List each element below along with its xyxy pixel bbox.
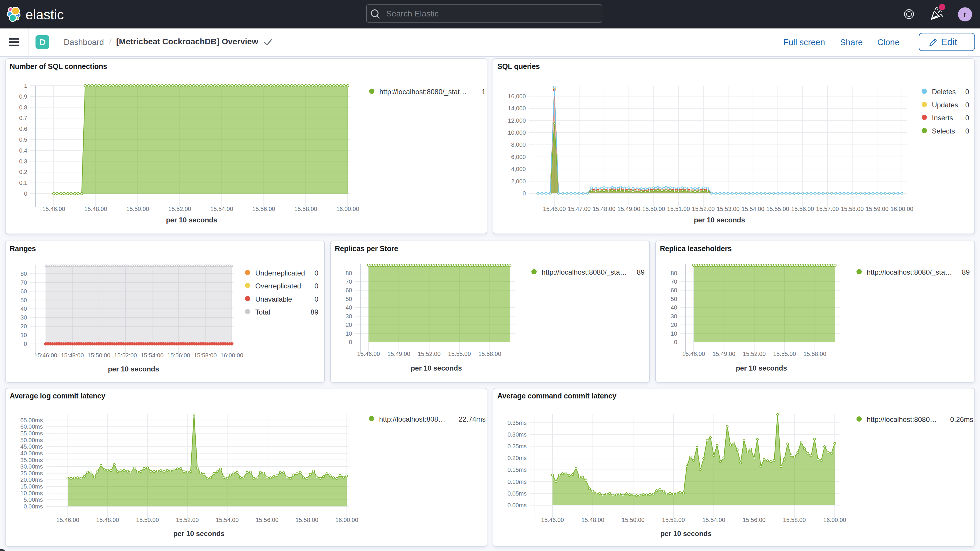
svg-text:15:58:00: 15:58:00 — [478, 350, 501, 357]
svg-text:70: 70 — [346, 279, 352, 285]
svg-text:15:47:00: 15:47:00 — [568, 205, 591, 212]
svg-text:25.00ms: 25.00ms — [20, 470, 43, 476]
svg-text:15:58:00: 15:58:00 — [296, 517, 318, 523]
svg-text:Inserts: Inserts — [932, 114, 953, 122]
svg-text:15:48:00: 15:48:00 — [96, 517, 119, 523]
svg-text:15:56:00: 15:56:00 — [256, 517, 278, 523]
svg-text:15:58:00: 15:58:00 — [294, 205, 317, 212]
svg-text:15:56:00: 15:56:00 — [252, 205, 275, 212]
svg-text:6,000: 6,000 — [511, 154, 526, 160]
svg-text:15:50:00: 15:50:00 — [642, 205, 665, 212]
svg-text:15:52:00: 15:52:00 — [169, 205, 191, 212]
svg-text:0.00ms: 0.00ms — [508, 502, 527, 508]
svg-text:http://localhost:8080…: http://localhost:8080… — [867, 416, 937, 424]
svg-text:0: 0 — [315, 269, 318, 277]
svg-text:http://localhost:8080/_sta…: http://localhost:8080/_sta… — [542, 268, 627, 276]
svg-text:45.00ms: 45.00ms — [20, 443, 43, 450]
svg-text:Overreplicated: Overreplicated — [255, 282, 301, 290]
svg-text:15.00ms: 15.00ms — [20, 483, 43, 490]
svg-text:20: 20 — [346, 322, 352, 328]
svg-text:65.00ms: 65.00ms — [20, 417, 43, 424]
svg-text:50.00ms: 50.00ms — [20, 437, 43, 443]
svg-text:40: 40 — [671, 304, 677, 311]
svg-text:16,000: 16,000 — [508, 93, 526, 99]
svg-text:15:54:00: 15:54:00 — [216, 517, 239, 523]
svg-text:Underreplicated: Underreplicated — [255, 269, 305, 277]
svg-text:0: 0 — [315, 295, 318, 303]
svg-text:20: 20 — [21, 323, 27, 330]
svg-text:0.1: 0.1 — [19, 180, 27, 186]
svg-text:Updates: Updates — [932, 101, 958, 109]
svg-text:0: 0 — [674, 339, 677, 346]
svg-text:0.20ms: 0.20ms — [508, 455, 527, 461]
svg-text:0.00ms: 0.00ms — [24, 503, 43, 510]
svg-text:15:50:00: 15:50:00 — [126, 205, 149, 212]
svg-text:15:46:00: 15:46:00 — [541, 517, 564, 523]
svg-text:30: 30 — [671, 313, 677, 320]
svg-text:50: 50 — [21, 297, 27, 303]
svg-text:15:46:00: 15:46:00 — [56, 517, 79, 523]
svg-text:0: 0 — [965, 127, 969, 135]
svg-text:15:48:00: 15:48:00 — [581, 517, 604, 523]
svg-text:15:49:00: 15:49:00 — [387, 350, 410, 357]
svg-text:15:50:00: 15:50:00 — [622, 517, 644, 523]
svg-text:12,000: 12,000 — [508, 117, 526, 124]
svg-text:0.4: 0.4 — [19, 147, 27, 154]
svg-text:15:52:00: 15:52:00 — [743, 350, 766, 357]
svg-text:15:49:00: 15:49:00 — [617, 205, 640, 212]
svg-text:15:48:00: 15:48:00 — [61, 352, 84, 358]
svg-text:40: 40 — [21, 306, 27, 312]
svg-text:per 10 seconds: per 10 seconds — [694, 216, 745, 224]
svg-text:http://localhost:8080/_sta…: http://localhost:8080/_sta… — [867, 268, 952, 276]
svg-text:10: 10 — [346, 330, 352, 337]
svg-text:15:58:00: 15:58:00 — [803, 350, 826, 357]
svg-text:10: 10 — [21, 332, 27, 338]
svg-text:14,000: 14,000 — [508, 105, 526, 111]
svg-text:15:52:00: 15:52:00 — [662, 517, 685, 523]
svg-text:0.35ms: 0.35ms — [508, 420, 527, 426]
svg-text:10,000: 10,000 — [508, 129, 526, 136]
svg-text:30.00ms: 30.00ms — [20, 463, 43, 470]
svg-text:15:50:00: 15:50:00 — [88, 352, 110, 358]
svg-text:15:55:00: 15:55:00 — [773, 350, 796, 357]
svg-text:2,000: 2,000 — [511, 178, 526, 185]
svg-text:per 10 seconds: per 10 seconds — [173, 530, 225, 538]
svg-text:50: 50 — [346, 296, 352, 302]
svg-text:55.00ms: 55.00ms — [20, 430, 43, 436]
svg-text:60: 60 — [21, 288, 27, 295]
svg-text:15:58:00: 15:58:00 — [194, 352, 217, 358]
svg-text:20: 20 — [671, 322, 677, 328]
svg-text:http://localhost:808…: http://localhost:808… — [379, 415, 445, 423]
svg-text:0: 0 — [965, 88, 969, 96]
svg-text:20.00ms: 20.00ms — [20, 476, 43, 483]
svg-text:70: 70 — [21, 279, 27, 286]
svg-text:Deletes: Deletes — [932, 88, 956, 96]
svg-text:60: 60 — [671, 287, 677, 293]
svg-text:15:46:00: 15:46:00 — [543, 205, 566, 212]
svg-text:40: 40 — [346, 304, 352, 311]
svg-text:16:00:00: 16:00:00 — [336, 517, 358, 523]
svg-text:0.10ms: 0.10ms — [508, 479, 527, 485]
svg-text:80: 80 — [346, 270, 352, 276]
svg-text:15:57:00: 15:57:00 — [816, 205, 839, 212]
svg-text:0: 0 — [523, 190, 526, 197]
svg-text:0.6: 0.6 — [19, 126, 27, 132]
svg-text:5.00ms: 5.00ms — [24, 497, 43, 503]
svg-text:15:56:00: 15:56:00 — [743, 517, 765, 523]
svg-text:15:51:00: 15:51:00 — [667, 205, 690, 212]
svg-text:15:54:00: 15:54:00 — [702, 517, 725, 523]
svg-text:15:56:00: 15:56:00 — [167, 352, 190, 358]
svg-text:16:00:00: 16:00:00 — [336, 205, 359, 212]
svg-text:30: 30 — [21, 314, 27, 321]
svg-text:0: 0 — [315, 282, 318, 290]
svg-text:0.9: 0.9 — [19, 93, 27, 100]
svg-text:per 10 seconds: per 10 seconds — [411, 364, 462, 372]
svg-text:Unavailable: Unavailable — [255, 295, 292, 303]
svg-text:22.74ms: 22.74ms — [458, 415, 485, 423]
svg-text:15:48:00: 15:48:00 — [593, 205, 616, 212]
svg-text:15:58:00: 15:58:00 — [841, 205, 864, 212]
svg-text:16:00:00: 16:00:00 — [220, 352, 243, 358]
svg-text:89: 89 — [962, 268, 970, 276]
svg-text:0: 0 — [349, 339, 352, 346]
svg-text:0.3: 0.3 — [19, 158, 27, 165]
